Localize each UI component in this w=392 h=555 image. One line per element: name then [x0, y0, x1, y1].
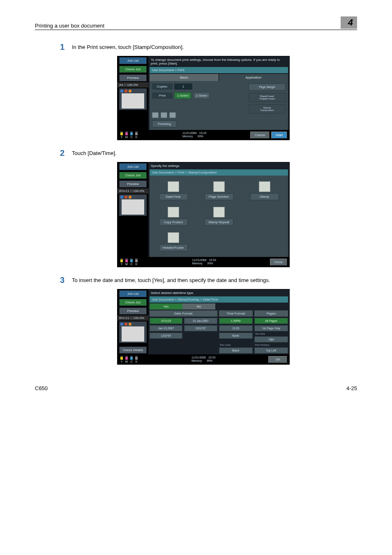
preview-button[interactable]: Preview	[119, 308, 147, 314]
page-margin-button[interactable]: Page Margin	[249, 83, 286, 90]
tf-opt-2[interactable]: 13:29	[219, 325, 253, 331]
copies-label: Copies:	[152, 83, 173, 90]
page-header: Printing a user box document 4	[35, 16, 357, 30]
copy-protect-icon	[168, 207, 179, 217]
screenshot-1: Job List Check Job Preview A4 □ 100.0% T…	[117, 56, 290, 140]
instruction-text: Select desired date/time type.	[148, 289, 289, 296]
text-color-label: Text Color	[219, 344, 253, 346]
sheet-cover-button[interactable]: Sheet/Cover/ Chapter Insert	[249, 93, 286, 102]
toner-levels: Y M C K	[120, 258, 138, 266]
screenshot-3: Job List Check Job Preview 8½×11 □ 100.0…	[117, 289, 290, 365]
tf-opt-1[interactable]: 1:29PM	[219, 318, 253, 324]
step-1-number: 1	[35, 42, 72, 52]
job-list-button[interactable]: Job List	[119, 57, 147, 64]
job-list-button[interactable]: Job List	[119, 290, 147, 297]
one-sided-button[interactable]: 1-Sided	[174, 92, 191, 99]
print-label: Print	[152, 92, 173, 99]
df-opt-5[interactable]: 1/23/'07	[150, 333, 182, 339]
datetime-status: 11/21/2006 15:25Memory 99%	[182, 132, 206, 139]
start-button[interactable]: Start	[271, 132, 287, 139]
stamp-composition-button[interactable]: Stamp/ Composition	[249, 104, 286, 113]
stamp-repeat-button[interactable]: Stamp Repeat	[205, 219, 233, 226]
datetime-status: 11/21/2006 15:53Memory 99%	[191, 356, 215, 363]
instruction-text: To change document print settings, choos…	[148, 56, 289, 67]
page-thumbnail	[119, 88, 147, 110]
preview-button[interactable]: Preview	[119, 180, 147, 187]
text-size-label: Text Size	[254, 333, 288, 335]
no-tab[interactable]: No	[182, 303, 215, 310]
footer-left: C650	[35, 385, 48, 391]
step-3-text: To insert the date and time, touch [Yes]…	[72, 275, 357, 285]
screenshot-2: Job List Check Job Preview 8½×11 □ 100.0…	[117, 162, 290, 267]
tf-opt-3[interactable]: None	[219, 333, 253, 339]
breadcrumb: Use Document > Stamp/Overlay > Date/Time	[150, 296, 288, 303]
header-footer-button[interactable]: Header/Footer	[159, 244, 188, 251]
df-opt-4[interactable]: 23/1/'07	[184, 325, 217, 331]
copy-protect-button[interactable]: Copy Protect	[159, 219, 188, 226]
page-thumbnail	[119, 321, 147, 343]
cancel-button[interactable]: Cancel	[250, 132, 270, 139]
pg-opt-all[interactable]: All Pages	[254, 318, 288, 324]
thumb-info: 8½×11 □ 100.0%	[118, 188, 148, 194]
page-number-icon	[213, 181, 225, 192]
copies-value[interactable]: 1	[174, 83, 192, 90]
pages-header: Pages	[254, 310, 288, 317]
step-3: 3 To insert the date and time, touch [Ye…	[35, 275, 357, 285]
finishing-icons	[152, 112, 176, 118]
instruction-text: Specify the settings.	[148, 162, 289, 169]
pg-opt-first[interactable]: 1st Page Only	[254, 325, 288, 331]
footer-right: 4-25	[346, 385, 357, 391]
stamp-repeat-icon	[213, 207, 225, 217]
datetime-status: 11/21/2006 15:53Memory 99%	[192, 259, 216, 266]
check-details-button[interactable]: Check Details	[119, 347, 147, 354]
page-footer: C650 4-25	[35, 373, 357, 391]
chapter-number: 4	[341, 16, 357, 29]
step-2-number: 2	[35, 148, 72, 158]
breadcrumb: Use Document > Print > Stamp/Composition	[150, 169, 288, 176]
df-opt-3[interactable]: Jan 23,2007	[150, 325, 182, 331]
page-number-button[interactable]: Page Number	[205, 193, 233, 200]
breadcrumb: Use Document > Print	[150, 67, 288, 73]
step-1: 1 In the Print screen, touch [Stamp/Comp…	[35, 42, 357, 52]
toner-levels: Y M C K	[120, 131, 138, 139]
header-footer-icon	[168, 232, 179, 243]
job-list-button[interactable]: Job List	[119, 163, 147, 170]
section-title: Printing a user box document	[35, 23, 104, 29]
tab-basic[interactable]: Basic	[150, 74, 219, 81]
print-position-label: Print Position	[254, 344, 288, 346]
thumb-info: A4 □ 100.0%	[118, 82, 148, 88]
yes-tab[interactable]: Yes	[150, 303, 182, 310]
time-format-header: Time Format	[219, 310, 253, 317]
stamp-icon	[259, 181, 270, 192]
step-2: 2 Touch [Date/Time].	[35, 148, 357, 158]
date-time-button[interactable]: Date/Time	[159, 193, 188, 200]
thumb-info: 8½×11 □ 100.0%	[118, 315, 148, 321]
text-size-button[interactable]: 10pt	[254, 336, 288, 342]
step-1-text: In the Print screen, touch [Stamp/Compos…	[72, 42, 357, 52]
page-thumbnail	[119, 194, 147, 216]
check-job-button[interactable]: Check Job	[119, 66, 147, 73]
step-3-number: 3	[35, 275, 72, 285]
check-job-button[interactable]: Check Job	[119, 172, 147, 179]
date-format-header: Date Format	[150, 310, 217, 317]
print-position-button[interactable]: Top Left	[254, 347, 288, 354]
stamp-button[interactable]: Stamp	[250, 193, 279, 200]
toner-levels: Y M C K	[120, 356, 138, 363]
two-sided-button[interactable]: 2-Sided	[193, 92, 210, 99]
date-time-icon	[168, 181, 179, 192]
close-button[interactable]: Close	[270, 259, 287, 266]
finishing-button[interactable]: Finishing	[152, 120, 177, 127]
check-job-button[interactable]: Check Job	[119, 299, 147, 306]
df-opt-1[interactable]: '07/1/23	[150, 318, 182, 324]
df-opt-2[interactable]: 23 Jan,2007	[184, 318, 217, 324]
preview-button[interactable]: Preview	[119, 74, 147, 81]
step-2-text: Touch [Date/Time].	[72, 148, 357, 158]
ok-button[interactable]: OK	[268, 356, 287, 363]
tab-application[interactable]: Application	[219, 74, 288, 81]
text-color-button[interactable]: Black	[219, 347, 253, 354]
